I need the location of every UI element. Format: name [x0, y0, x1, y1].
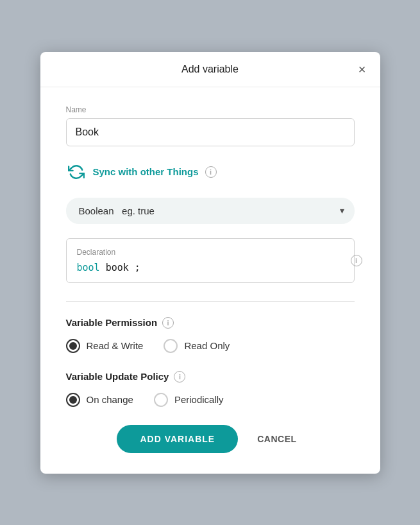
sync-info-icon[interactable]: i: [205, 166, 217, 178]
radio-read-only-label: Read Only: [184, 340, 230, 351]
radio-read-write[interactable]: Read & Write: [66, 339, 144, 353]
update-policy-info-icon[interactable]: i: [174, 371, 185, 383]
modal-header: Add variable ×: [40, 52, 380, 87]
radio-read-write-label: Read & Write: [87, 340, 144, 351]
radio-on-change[interactable]: On change: [66, 393, 133, 407]
permission-radio-group: Read & Write Read Only: [66, 339, 355, 353]
declaration-wrapper: Declaration bool book ; i: [66, 238, 355, 283]
type-select[interactable]: Boolean eg. true Integer Float String: [66, 198, 355, 224]
section-divider: [66, 301, 355, 302]
radio-periodically-label: Periodically: [174, 394, 224, 405]
declaration-box: Declaration bool book ;: [66, 238, 355, 283]
permission-title: Variable Permission: [66, 317, 158, 328]
add-variable-button[interactable]: ADD VARIABLE: [117, 425, 238, 453]
declaration-info-icon[interactable]: i: [351, 255, 362, 266]
modal-title: Add variable: [181, 64, 239, 75]
declaration-code: bool book ;: [77, 262, 344, 273]
modal-overlay: Add variable × Name Sync with other T: [0, 0, 420, 525]
action-row: ADD VARIABLE CANCEL: [66, 425, 355, 453]
update-policy-section-header: Variable Update Policy i: [66, 371, 355, 383]
radio-on-change-label: On change: [87, 394, 133, 405]
update-policy-title: Variable Update Policy: [66, 371, 169, 382]
modal-body: Name Sync with other Things i Boo: [40, 87, 380, 474]
radio-on-change-indicator: [66, 393, 80, 407]
permission-section-header: Variable Permission i: [66, 317, 355, 329]
type-select-wrapper: Boolean eg. true Integer Float String ▾: [66, 198, 355, 224]
cancel-button[interactable]: CANCEL: [251, 425, 303, 453]
radio-periodically[interactable]: Periodically: [154, 393, 224, 407]
declaration-label: Declaration: [77, 248, 344, 257]
close-button[interactable]: ×: [356, 60, 369, 78]
declaration-keyword: bool: [77, 262, 100, 273]
name-field-group: Name: [66, 105, 355, 146]
radio-read-only[interactable]: Read Only: [164, 339, 230, 353]
declaration-rest: book ;: [100, 262, 140, 273]
update-policy-radio-group: On change Periodically: [66, 393, 355, 407]
name-input[interactable]: [66, 118, 355, 146]
radio-read-write-indicator: [66, 339, 80, 353]
add-variable-modal: Add variable × Name Sync with other T: [40, 52, 380, 474]
name-label: Name: [66, 105, 355, 114]
radio-read-only-indicator: [164, 339, 178, 353]
radio-periodically-indicator: [154, 393, 168, 407]
sync-row[interactable]: Sync with other Things i: [66, 160, 355, 184]
sync-label: Sync with other Things: [93, 166, 199, 177]
sync-icon: [66, 162, 87, 182]
permission-info-icon[interactable]: i: [162, 317, 174, 329]
